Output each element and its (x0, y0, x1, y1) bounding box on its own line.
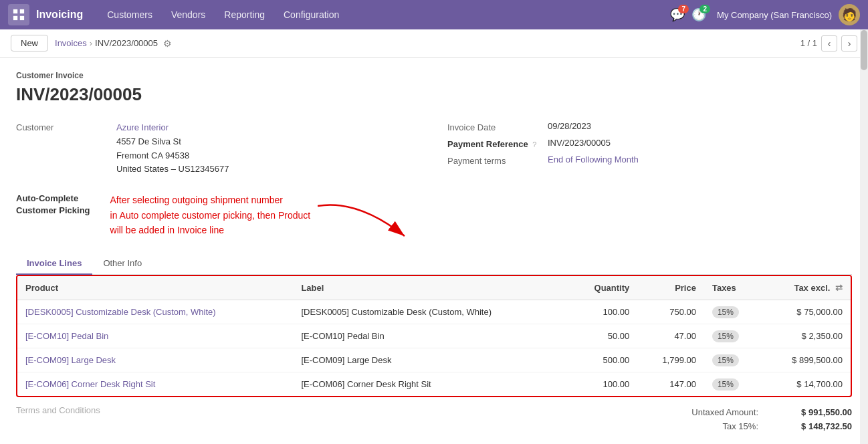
untaxed-label: Untaxed Amount: (691, 407, 758, 417)
row-label-2: [E-COM09] Large Desk (293, 348, 568, 372)
row-quantity-1: 50.00 (569, 324, 638, 348)
untaxed-value: $ 991,550.00 (785, 407, 852, 417)
row-label-1: [E-COM10] Pedal Bin (293, 324, 568, 348)
annotation-text: After selecting outgoing shipment number… (110, 193, 311, 237)
doc-title: INV/2023/00005 (16, 84, 852, 105)
payment-ref-row: Payment Reference ? INV/2023/00005 (447, 135, 852, 152)
invoice-lines-table: Product Label Quantity Price Taxes Tax e… (17, 276, 851, 396)
terms-conditions-label: Terms and Conditions (16, 405, 100, 433)
tab-invoice-lines[interactable]: Invoice Lines (16, 253, 92, 275)
row-tax-2: 15% (704, 348, 762, 372)
menu-customers[interactable]: Customers (99, 5, 160, 24)
breadcrumb-parent[interactable]: Invoices (55, 38, 87, 48)
company-label[interactable]: My Company (San Francisco) (717, 10, 832, 20)
table-row: [E-COM06] Corner Desk Right Sit [E-COM06… (17, 372, 851, 397)
table-header-row: Product Label Quantity Price Taxes Tax e… (17, 276, 851, 300)
scrollbar-thumb[interactable] (861, 30, 867, 70)
breadcrumb-current: INV/2023/00005 (95, 38, 158, 48)
invoice-rows-body: [DESK0005] Customizable Desk (Custom, Wh… (17, 300, 851, 397)
invoice-lines-table-wrapper: Product Label Quantity Price Taxes Tax e… (16, 275, 852, 397)
row-product-0[interactable]: [DESK0005] Customizable Desk (Custom, Wh… (17, 300, 293, 324)
activities-count: 2 (699, 5, 710, 13)
breadcrumb-separator: › (90, 38, 92, 48)
customer-field-row: Customer Azure Interior 4557 De Silva St… (16, 118, 421, 179)
form-fields: Customer Azure Interior 4557 De Silva St… (16, 118, 852, 179)
col-price: Price (637, 276, 704, 300)
col-tax-excl: Tax excl. ⇄ (761, 276, 851, 300)
menu-vendors[interactable]: Vendors (163, 5, 213, 24)
svg-rect-1 (20, 9, 24, 13)
breadcrumb: Invoices › INV/2023/00005 ⚙ (55, 38, 172, 49)
table-row: [E-COM10] Pedal Bin [E-COM10] Pedal Bin … (17, 324, 851, 348)
row-taxexcl-0: $ 75,000.00 (761, 300, 851, 324)
customer-address-3: United States – US12345677 (116, 162, 229, 177)
prev-record-button[interactable]: ‹ (821, 35, 837, 51)
new-button[interactable]: New (11, 35, 48, 51)
row-tax-3: 15% (704, 372, 762, 397)
pagination-label: 1 / 1 (800, 38, 817, 48)
messages-notification[interactable]: 💬 7 (670, 7, 685, 22)
customer-address-2: Fremont CA 94538 (116, 149, 229, 163)
tax-value: $ 148,732.50 (785, 421, 852, 431)
main-content: Customer Invoice INV/2023/00005 Customer… (0, 58, 868, 444)
payment-ref-help: ? (532, 140, 536, 148)
customer-label: Customer (16, 121, 116, 132)
top-menu: Customers Vendors Reporting Configuratio… (99, 5, 670, 24)
row-price-0: 750.00 (637, 300, 704, 324)
scrollbar-track[interactable] (860, 29, 868, 444)
col-product: Product (17, 276, 293, 300)
row-taxexcl-3: $ 14,700.00 (761, 372, 851, 397)
tab-other-info[interactable]: Other Info (92, 253, 152, 275)
annotation-arrow-icon (318, 199, 425, 246)
tabs: Invoice Lines Other Info (16, 253, 852, 275)
untaxed-amount-row: Untaxed Amount: $ 991,550.00 (691, 405, 852, 419)
col-label: Label (293, 276, 568, 300)
menu-reporting[interactable]: Reporting (216, 5, 273, 24)
row-price-3: 147.00 (637, 372, 704, 397)
row-price-2: 1,799.00 (637, 348, 704, 372)
customer-value: Azure Interior 4557 De Silva St Fremont … (116, 121, 229, 177)
row-product-2[interactable]: [E-COM09] Large Desk (17, 348, 293, 372)
invoice-date-label: Invoice Date (447, 121, 548, 132)
totals-block: Untaxed Amount: $ 991,550.00 Tax 15%: $ … (691, 405, 852, 433)
row-tax-1: 15% (704, 324, 762, 348)
row-tax-0: 15% (704, 300, 762, 324)
column-adjust-icon[interactable]: ⇄ (835, 283, 843, 293)
footer-area: Terms and Conditions Untaxed Amount: $ 9… (16, 397, 852, 433)
customer-address-1: 4557 De Silva St (116, 135, 229, 149)
row-product-3[interactable]: [E-COM06] Corner Desk Right Sit (17, 372, 293, 397)
breadcrumb-right: 1 / 1 ‹ › (800, 35, 857, 51)
row-quantity-3: 100.00 (569, 372, 638, 397)
user-avatar[interactable]: 🧑 (839, 4, 860, 25)
annotation-area: After selecting outgoing shipment number… (110, 193, 852, 246)
autocomplete-label-line2: Customer Picking (16, 205, 90, 217)
row-product-1[interactable]: [E-COM10] Pedal Bin (17, 324, 293, 348)
row-taxexcl-2: $ 899,500.00 (761, 348, 851, 372)
row-price-1: 47.00 (637, 324, 704, 348)
doc-subtitle: Customer Invoice (16, 71, 852, 80)
payment-ref-value[interactable]: INV/2023/00005 (548, 138, 611, 148)
top-navigation: Invoicing Customers Vendors Reporting Co… (0, 0, 868, 29)
row-quantity-0: 100.00 (569, 300, 638, 324)
payment-terms-row: Payment terms End of Following Month (447, 152, 852, 169)
next-record-button[interactable]: › (841, 35, 857, 51)
row-quantity-2: 500.00 (569, 348, 638, 372)
col-taxes: Taxes (704, 276, 762, 300)
settings-gear-icon[interactable]: ⚙ (163, 38, 172, 49)
svg-rect-0 (13, 9, 17, 13)
row-taxexcl-1: $ 2,350.00 (761, 324, 851, 348)
menu-configuration[interactable]: Configuration (276, 5, 347, 24)
customer-name[interactable]: Azure Interior (116, 121, 229, 135)
payment-terms-value[interactable]: End of Following Month (548, 154, 639, 164)
invoice-date-value[interactable]: 09/28/2023 (548, 121, 591, 131)
table-row: [DESK0005] Customizable Desk (Custom, Wh… (17, 300, 851, 324)
nav-right: 💬 7 🕐 2 My Company (San Francisco) 🧑 (670, 4, 860, 25)
table-row: [E-COM09] Large Desk [E-COM09] Large Des… (17, 348, 851, 372)
app-title: Invoicing (36, 9, 83, 21)
activities-notification[interactable]: 🕐 2 (691, 7, 706, 22)
row-label-0: [DESK0005] Customizable Desk (Custom, Wh… (293, 300, 568, 324)
messages-count: 7 (678, 5, 689, 13)
app-grid-icon[interactable] (8, 4, 29, 25)
autocomplete-label-line1: Auto-Complete (16, 193, 90, 205)
svg-rect-3 (20, 16, 24, 20)
